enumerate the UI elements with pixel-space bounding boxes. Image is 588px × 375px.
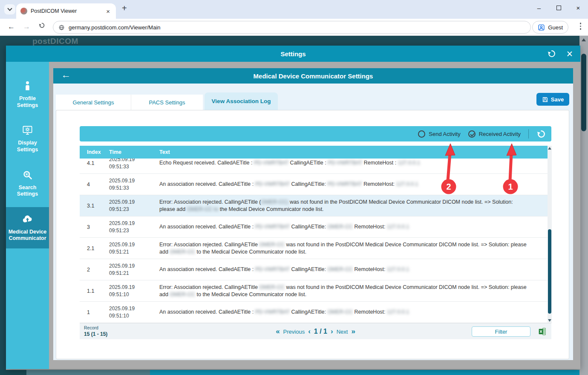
scroll-up-icon[interactable] bbox=[582, 38, 586, 41]
row-text: An association received. CalledAETitle :… bbox=[159, 309, 548, 316]
received-activity-radio[interactable]: Received Activity bbox=[468, 130, 521, 138]
row-text: An association received. CalledAETitle :… bbox=[159, 266, 548, 273]
page-scrollbar-thumb[interactable] bbox=[581, 54, 586, 131]
mdc-settings-header: ← Medical Device Communicator Settings bbox=[53, 68, 573, 84]
sidebar-item-search-settings[interactable]: Search Settings bbox=[6, 163, 49, 204]
save-icon bbox=[542, 96, 548, 103]
tab-close-icon[interactable]: × bbox=[104, 8, 112, 15]
redacted-text: OMER-CC bbox=[170, 291, 195, 297]
radio-checked-icon bbox=[468, 130, 476, 138]
redacted-text: OMER-CC bbox=[170, 249, 195, 255]
first-page-icon[interactable]: « bbox=[276, 327, 280, 336]
table-row[interactable]: 4.12025.09.1909:51:33Echo Request receiv… bbox=[80, 159, 548, 174]
redacted-text: PD-VWRTBAT bbox=[327, 181, 362, 187]
page-scrollbar[interactable] bbox=[579, 36, 588, 375]
reload-icon bbox=[38, 22, 46, 29]
prev-arrow-icon[interactable]: ‹ bbox=[308, 327, 311, 336]
column-index: Index bbox=[80, 149, 109, 155]
mdc-settings-card: ← Medical Device Communicator Settings G… bbox=[53, 68, 573, 360]
next-arrow-icon[interactable]: › bbox=[331, 327, 333, 336]
log-table-header: Index Time Text bbox=[80, 146, 548, 159]
browser-tab[interactable]: PostDICOM Viewer × bbox=[16, 3, 116, 19]
table-row[interactable]: 22025.09.1909:51:21An association receiv… bbox=[80, 259, 548, 280]
tab-view-association-log[interactable]: View Association Log bbox=[205, 92, 278, 110]
redacted-text: PD-VWRTBAT bbox=[328, 160, 362, 166]
sidebar-item-label: Display Settings bbox=[8, 140, 47, 153]
settings-modal: Settings × Profile Settings Display Sett… bbox=[6, 46, 580, 369]
excel-export-button[interactable] bbox=[538, 327, 547, 336]
sidebar-item-profile-settings[interactable]: Profile Settings bbox=[6, 74, 49, 115]
row-time: 2025.09.1909:51:33 bbox=[109, 159, 159, 170]
profile-avatar-icon bbox=[538, 24, 545, 31]
maximize-icon bbox=[556, 6, 561, 10]
search-gear-icon bbox=[22, 169, 33, 181]
last-page-icon[interactable]: » bbox=[351, 327, 355, 336]
browser-tab-title: PostDICOM Viewer bbox=[31, 8, 101, 14]
redacted-text: PD-VWRTBAT bbox=[255, 181, 290, 187]
url-text: germany.postdicom.com/Viewer/Main bbox=[69, 24, 161, 31]
send-activity-radio[interactable]: Send Activity bbox=[418, 130, 460, 138]
table-row[interactable]: 42025.09.1909:51:33An association receiv… bbox=[80, 174, 548, 195]
row-time: 2025.09.1909:51:33 bbox=[109, 177, 159, 191]
redacted-text: OMER-CC bbox=[327, 266, 353, 272]
filter-button[interactable]: Filter bbox=[472, 326, 530, 337]
background-app-logo: postDICOM bbox=[32, 37, 78, 46]
redacted-text: PD-VWRTBAT bbox=[255, 266, 290, 272]
table-row[interactable]: 2.12025.09.1909:51:21Error: Association … bbox=[80, 238, 548, 259]
page-indicator: 1 / 1 bbox=[314, 328, 327, 335]
previous-page-button[interactable]: Previous bbox=[283, 329, 305, 335]
sidebar-item-label: Profile Settings bbox=[8, 95, 47, 109]
window-close-button[interactable]: × bbox=[568, 4, 588, 12]
save-button[interactable]: Save bbox=[536, 93, 569, 106]
window-minimize-button[interactable]: – bbox=[529, 4, 549, 12]
postdicom-favicon-icon bbox=[20, 8, 27, 14]
excel-icon bbox=[538, 327, 547, 336]
toolbar-divider bbox=[528, 129, 529, 138]
table-row[interactable]: 3.12025.09.1909:51:23Error: Association … bbox=[80, 195, 548, 216]
table-row[interactable]: 12025.09.1909:51:10An association receiv… bbox=[80, 302, 548, 323]
table-row[interactable]: 1.12025.09.1909:51:10Error: Association … bbox=[80, 280, 548, 302]
site-info-icon[interactable] bbox=[58, 24, 65, 31]
row-text: Echo Request received. CalledAETitle : P… bbox=[159, 159, 548, 167]
table-scrollbar-thumb[interactable] bbox=[548, 229, 551, 314]
row-time: 2025.09.1909:51:23 bbox=[109, 199, 159, 212]
save-label: Save bbox=[551, 96, 564, 103]
log-refresh-button[interactable] bbox=[536, 129, 546, 139]
settings-refresh-button[interactable] bbox=[547, 49, 556, 58]
tab-general-settings[interactable]: General Settings bbox=[56, 95, 131, 110]
row-time: 2025.09.1909:51:21 bbox=[109, 262, 159, 276]
forward-button[interactable]: → bbox=[23, 23, 30, 31]
back-arrow-icon[interactable]: ← bbox=[61, 69, 71, 81]
reload-button[interactable] bbox=[38, 22, 46, 31]
tab-search-button[interactable] bbox=[4, 4, 15, 14]
back-button[interactable]: ← bbox=[8, 23, 15, 31]
redacted-text: PD-VWRTBAT bbox=[254, 160, 288, 166]
scroll-down-icon[interactable] bbox=[548, 319, 551, 322]
row-index: 2 bbox=[80, 267, 109, 273]
scroll-up-icon[interactable] bbox=[548, 147, 551, 150]
log-table-footer: Record 15 (1 - 15) « Previous ‹ 1 / 1 › … bbox=[80, 323, 551, 339]
row-text: Error: Association rejected. CallingAETi… bbox=[159, 199, 548, 213]
background-bottom-bar bbox=[0, 370, 588, 375]
address-bar[interactable]: germany.postdicom.com/Viewer/Main bbox=[53, 21, 531, 34]
settings-modal-header: Settings × bbox=[6, 46, 580, 62]
table-scrollbar[interactable] bbox=[548, 146, 552, 323]
browser-menu-button[interactable] bbox=[580, 23, 582, 30]
tab-pacs-settings[interactable]: PACS Settings bbox=[131, 95, 203, 110]
profile-button[interactable]: Guest bbox=[532, 21, 568, 34]
row-index: 4 bbox=[80, 182, 109, 188]
redacted-text: OMER-CC bbox=[259, 284, 285, 290]
table-row[interactable]: 32025.09.1909:51:23An association receiv… bbox=[80, 216, 548, 238]
association-log-panel: Send Activity Received Activity Index Ti… bbox=[56, 110, 569, 359]
settings-close-button[interactable]: × bbox=[566, 47, 573, 61]
new-tab-button[interactable]: + bbox=[122, 3, 127, 13]
sidebar-item-display-settings[interactable]: Display Settings bbox=[6, 118, 49, 159]
window-maximize-button[interactable] bbox=[549, 4, 568, 12]
browser-tab-strip: PostDICOM Viewer × + – × bbox=[0, 0, 588, 19]
redacted-text: OMER-CC) bbox=[261, 199, 288, 205]
row-text: An association received. CalledAETitle :… bbox=[159, 181, 548, 188]
row-time: 2025.09.1909:51:10 bbox=[109, 305, 159, 319]
sidebar-item-medical-device-communicator[interactable]: Medical Device Communicator bbox=[6, 207, 49, 248]
next-page-button[interactable]: Next bbox=[337, 329, 348, 335]
row-index: 4.1 bbox=[80, 160, 109, 166]
